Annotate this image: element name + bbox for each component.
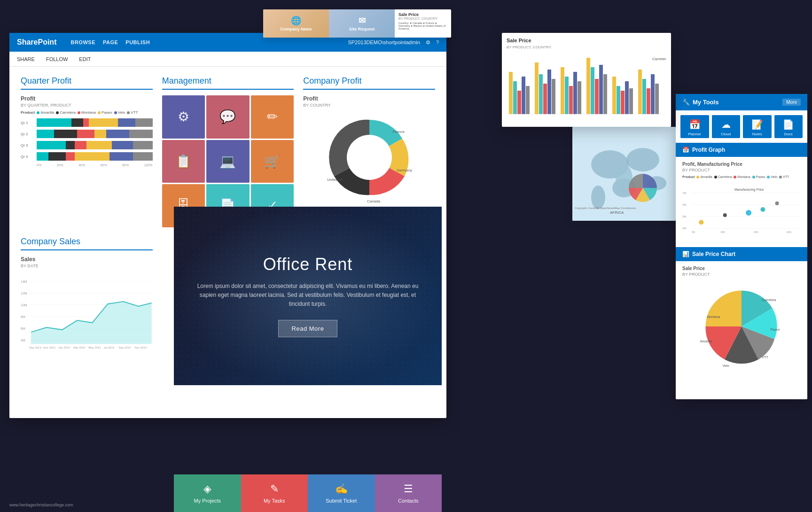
tools-icon: 🔧 [682,99,690,106]
company-profit-section: Company Profit Profit BY COUNTRY [303,76,435,227]
tab-submit-ticket-label: Submit Ticket [326,498,357,504]
svg-point-70 [746,210,751,216]
mgmt-tile-settings[interactable]: ⚙ [162,95,205,139]
svg-rect-50 [642,79,646,114]
donut-label-us: United St... [327,178,346,182]
company-profit-donut: France Germany Canada United St... Mexic… [303,110,435,204]
svg-rect-43 [603,74,607,114]
legend-amarilla: Amarilla [37,110,54,115]
action-follow[interactable]: FOLLOW [46,56,68,62]
quarter-bar-chart: Qr 1 Qr 2 [21,118,153,161]
svg-text:Mar 2014: Mar 2014 [73,346,86,349]
sale-price-title: Sale Price Chart [692,251,735,257]
mgmt-tile-laptop[interactable]: 💻 [206,140,250,183]
action-share[interactable]: SHARE [17,56,35,62]
quarter-profit-section: Quarter Profit Profit BY QUARTER, PRODUC… [21,76,153,227]
profit-graph-header: 📅 Profit Graph [676,143,807,157]
svg-text:30K: 30K [787,231,792,233]
svg-text:10M: 10M [21,303,27,307]
svg-text:Sep 2013: Sep 2013 [29,346,41,349]
svg-rect-46 [621,91,625,114]
svg-rect-37 [573,72,577,114]
qp-legend: Product Amarilla Carretera Montana Paseo… [21,110,153,115]
sale-price-pie-svg: Carretera Paseo VTT Velo Amarilla Montan… [699,284,784,369]
top-bar-info: Sale Price BY PRODUCT, COUNTRY Country: … [395,9,451,38]
qp-chart-label: Profit [21,95,153,102]
pg-legend: Product Amarilla Carretera Montana Paseo… [682,175,801,178]
pg-chart-label: Profit, Manufacturing Price [682,162,801,167]
submit-ticket-icon: ✍ [335,483,348,495]
my-tools-header: 🔧 My Tools More [676,94,807,110]
tab-my-tasks-label: My Tasks [264,498,285,504]
svg-rect-29 [535,62,539,114]
chart-icon: 📊 [682,251,689,257]
tab-my-projects[interactable]: ◈ My Projects [174,474,241,512]
sale-price-pie: Carretera Paseo VTT Velo Amarilla Montan… [682,279,801,373]
svg-rect-31 [543,84,547,114]
mgmt-tile-docs[interactable]: 📋 [162,140,205,183]
cp-chart-sub: BY COUNTRY [303,103,435,108]
settings-icon[interactable]: ⚙ [426,39,430,46]
svg-rect-42 [599,65,603,114]
my-tools-title: 🔧 My Tools [682,99,718,106]
bar-container-q4 [37,152,153,161]
tab-submit-ticket[interactable]: ✍ Submit Ticket [308,474,375,512]
chat-icon: 💬 [206,95,250,139]
notes-icon: 📝 [751,119,763,130]
svg-text:6M: 6M [21,327,25,330]
nav-publish[interactable]: PUBLISH [125,39,150,45]
pie-label-paseo: Paseo [770,327,780,332]
donut-label-germany: Germany [397,168,412,172]
management-section: Management ⚙ 💬 ✏ 📋 💻 🛒 [162,76,294,227]
cp-chart-label: Profit [303,95,435,102]
pie-label-velo: Velo [723,364,729,368]
legend-montana: Montana [78,110,96,115]
big-bar-chart-svg: Carretera [507,53,666,119]
svg-text:Nov 2013: Nov 2013 [43,346,55,349]
pg-chart-sub: BY PRODUCT [682,168,801,172]
cart-icon: 🛒 [251,140,294,183]
svg-text:Jul 2014: Jul 2014 [103,346,114,349]
legend-vtt: VTT [127,110,138,115]
tool-cloud[interactable]: ☁ Cloud [712,115,741,138]
bar-label-q2: Qr 2 [21,132,34,136]
profit-graph-title: Profit Graph [692,147,725,153]
svg-rect-35 [565,77,569,114]
cs-chart-sub: BY DATE [21,264,153,268]
help-icon[interactable]: ? [436,39,439,45]
bar-label-q3: Qr 3 [21,143,34,147]
svg-rect-24 [509,72,513,114]
nav-page[interactable]: PAGE [103,39,118,45]
site-request-thumb: ✉ Site Request [329,9,395,38]
planner-label: Planner [688,132,701,136]
cloud-label: Cloud [721,132,731,136]
tools-more-button[interactable]: More [782,99,801,106]
mgmt-tile-cart[interactable]: 🛒 [251,140,294,183]
tab-my-tasks[interactable]: ✎ My Tasks [241,474,308,512]
tool-notes[interactable]: 📝 Notes [743,115,772,138]
docs-label: Docs [784,132,793,136]
svg-rect-53 [655,84,659,114]
pencil-icon: ✏ [251,95,294,139]
mgmt-tile-edit[interactable]: ✏ [251,95,294,139]
pg-legend-amarilla: Amarilla [696,175,712,178]
action-edit[interactable]: EDIT [79,56,91,62]
tab-contacts[interactable]: ☰ Contacts [375,474,442,512]
tab-contacts-label: Contacts [398,498,418,504]
tool-planner[interactable]: 📅 Planner [680,115,709,138]
mgmt-tile-chat[interactable]: 💬 [206,95,250,139]
svg-rect-38 [578,81,581,114]
tool-docs[interactable]: 📄 Docs [774,115,803,138]
office-rent-card: Office Rent Lorem ipsum dolor sit amet, … [174,207,442,385]
pg-legend-vtt: VTT [779,175,789,178]
svg-rect-28 [526,86,530,114]
sp-chart-sub: BY PRODUCT [682,272,801,277]
cloud-icon: ☁ [721,119,731,130]
bar-container-q2 [37,130,153,138]
nav-browse[interactable]: BROWSE [70,39,95,45]
read-more-button[interactable]: Read More [278,320,338,337]
pie-label-montana: Montana [707,315,720,319]
donut-svg: France Germany Canada United St... Mexic… [322,110,416,204]
svg-text:Copyright: CartoDB OpenStreetM: Copyright: CartoDB OpenStreetMap Contrib… [575,207,636,209]
right-panel-card: 🔧 My Tools More 📅 Planner ☁ Cloud 📝 Note… [676,94,807,399]
